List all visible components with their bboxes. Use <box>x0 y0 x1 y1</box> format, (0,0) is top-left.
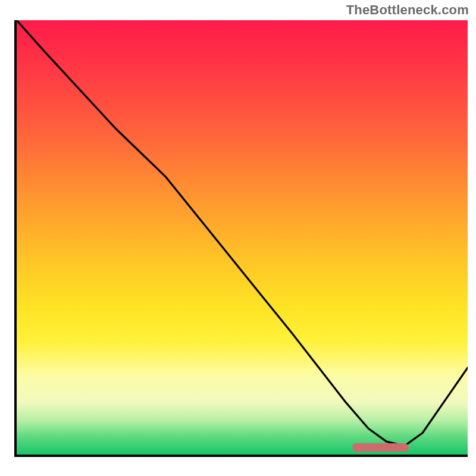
curve-polyline <box>17 20 468 446</box>
chart-stage: TheBottleneck.com <box>0 0 476 476</box>
watermark-text: TheBottleneck.com <box>346 2 469 18</box>
highlight-marker <box>352 443 409 452</box>
plot-area <box>17 20 468 455</box>
y-axis <box>14 20 17 457</box>
line-curve <box>17 20 468 455</box>
x-axis <box>14 455 468 457</box>
